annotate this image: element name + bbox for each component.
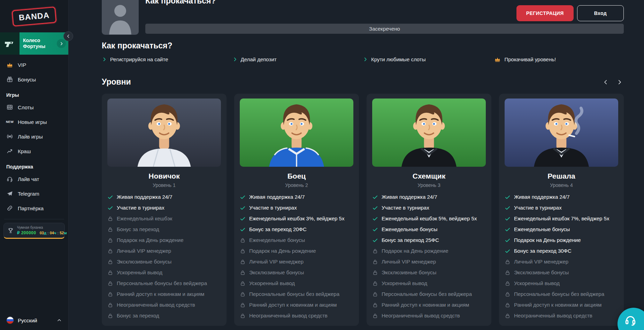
lock-icon <box>240 302 246 308</box>
perk-item: Эксклюзивные бонусы <box>240 269 353 276</box>
level-number: Уровень 1 <box>107 182 221 188</box>
sidebar-item-telegram[interactable]: Telegram <box>0 186 68 201</box>
lock-icon <box>240 291 246 297</box>
lock-icon <box>505 259 511 265</box>
lock-icon <box>107 248 113 254</box>
gift-icon <box>6 76 13 83</box>
crown-icon <box>6 61 13 68</box>
perk-list: Живая поддержка 24/7 Участие в турнирах … <box>505 194 618 319</box>
auth-buttons: РЕГИСТРАЦИЯ Вход <box>516 5 624 21</box>
tournament-promo-card[interactable]: Чумная буханка ₽ 200000 03д : 04ч : 52м <box>3 223 65 239</box>
lock-icon <box>107 270 113 276</box>
lock-icon <box>107 291 113 297</box>
check-icon <box>107 194 113 200</box>
perk-item: Подарок на День рождение <box>372 248 486 254</box>
perk-item: Личный VIP менеджер <box>505 259 618 265</box>
trophy-icon <box>7 227 14 234</box>
slots-icon <box>6 104 13 111</box>
login-button[interactable]: Вход <box>577 5 624 21</box>
perk-item: Бонус за переход 20ФС <box>240 226 353 233</box>
howto-step: Делай депозит <box>232 56 363 63</box>
carousel-next-button[interactable] <box>615 78 624 86</box>
perk-item: Ранний доступ к новинкам и акциям <box>240 302 353 308</box>
chevron-right-icon <box>363 57 368 62</box>
sidebar-collapse-button[interactable] <box>63 31 73 41</box>
check-icon <box>240 216 246 222</box>
sidebar-item-new-games[interactable]: NEWНовые игры <box>0 115 68 129</box>
cut-off-title: Как прокачаться? <box>145 0 624 6</box>
level-avatar-image <box>107 99 221 167</box>
perk-item: Подарок на День рождение <box>240 248 353 254</box>
level-number: Уровень 4 <box>505 182 618 188</box>
check-icon <box>372 237 378 243</box>
lock-icon <box>372 281 378 286</box>
wheel-of-fortune-banner[interactable]: Колесо Фортуны <box>0 32 68 55</box>
promo-title: Чумная буханка <box>17 226 61 229</box>
sidebar: BANDA Колесо Фортуны VIPБонусыИгрыСлотыN… <box>0 0 69 330</box>
sidebar-item-live-games[interactable]: Лайв игры <box>0 129 68 144</box>
level-number: Уровень 3 <box>372 182 486 188</box>
register-button[interactable]: РЕГИСТРАЦИЯ <box>516 5 574 21</box>
sidebar-section-support: Поддержка <box>0 158 68 172</box>
perk-item: Участие в турнирах <box>505 205 618 211</box>
sidebar-item-crash[interactable]: Краш <box>0 144 68 158</box>
perk-item: Персональные бонусы без вейджера <box>240 291 353 297</box>
lock-icon <box>107 313 113 319</box>
sidebar-item-bonuses[interactable]: Бонусы <box>0 72 68 87</box>
check-icon <box>505 237 511 243</box>
lock-icon <box>107 216 113 222</box>
lock-icon <box>240 281 246 286</box>
lock-icon <box>107 281 113 286</box>
sidebar-item-slots[interactable]: Слоты <box>0 100 68 115</box>
perk-item: Живая поддержка 24/7 <box>372 194 486 200</box>
sidebar-nav: VIPБонусыИгрыСлотыNEWНовые игрыЛайв игры… <box>0 55 68 215</box>
check-icon <box>505 248 511 254</box>
lock-icon <box>505 270 511 276</box>
live-icon <box>6 133 13 140</box>
lock-icon <box>240 270 246 276</box>
sidebar-item-vip[interactable]: VIP <box>0 57 68 72</box>
headset-icon <box>624 313 637 327</box>
lock-icon <box>240 313 246 319</box>
revolver-image <box>0 32 20 55</box>
perk-item: Бонус за переход 30ФС <box>505 248 618 254</box>
main-content: РЕГИСТРАЦИЯ Вход Как прокачаться? Засекр… <box>69 0 644 330</box>
check-icon <box>240 194 246 200</box>
carousel-prev-button[interactable] <box>601 78 610 86</box>
promo-prize-row: ₽ 200000 03д : 04ч : 52м <box>17 230 61 235</box>
level-card-1[interactable]: Новичок Уровень 1 Живая поддержка 24/7 У… <box>102 94 227 326</box>
language-selector[interactable]: Русский <box>0 311 68 330</box>
perk-item: Ускоренный вывод <box>240 280 353 286</box>
lock-icon <box>505 313 511 319</box>
lock-icon <box>107 227 113 233</box>
level-card-3[interactable]: Схемщик Уровень 3 Живая поддержка 24/7 У… <box>367 94 491 326</box>
howto-step: Крути любимые слоты <box>363 56 493 63</box>
sidebar-section-games: Игры <box>0 87 68 100</box>
check-icon <box>372 227 378 233</box>
level-card-2[interactable]: Боец Уровень 2 Живая поддержка 24/7 Учас… <box>234 94 359 326</box>
sidebar-item-affiliate[interactable]: Партнёрка <box>0 201 68 215</box>
check-icon <box>505 227 511 233</box>
perk-item: Ранний доступ к новинкам и акциям <box>107 291 221 297</box>
chevron-up-icon <box>56 317 62 323</box>
level-name: Схемщик <box>372 172 486 180</box>
chevron-right-icon <box>102 57 107 62</box>
level-avatar-image <box>505 99 618 167</box>
perk-item: Персональные бонусы без вейджера <box>107 280 221 286</box>
perk-item: Еженедельный кешбэк 7%, вейджер 5x <box>505 215 618 222</box>
sidebar-item-live-chat[interactable]: Лайв чат <box>0 172 68 186</box>
check-icon <box>240 205 246 211</box>
app: BANDA Колесо Фортуны VIPБонусыИгрыСлотыN… <box>0 0 644 330</box>
lock-icon <box>372 302 378 308</box>
perk-item: Еженедельный кешбэк 5%, вейджер 5x <box>372 215 486 222</box>
brand-logo[interactable]: BANDA <box>12 7 57 27</box>
lock-icon <box>107 302 113 308</box>
lock-icon <box>240 248 246 254</box>
perk-item: Еженедельные бонусы <box>240 237 353 243</box>
chevron-left-icon <box>603 79 609 85</box>
perk-item: Ранний доступ к новинкам и акциям <box>505 302 618 308</box>
lock-icon <box>372 270 378 276</box>
level-card-4[interactable]: Решала Уровень 4 Живая поддержка 24/7 Уч… <box>499 94 624 326</box>
perk-item: Бонус за переход 25ФС <box>372 237 486 243</box>
check-icon <box>372 194 378 200</box>
